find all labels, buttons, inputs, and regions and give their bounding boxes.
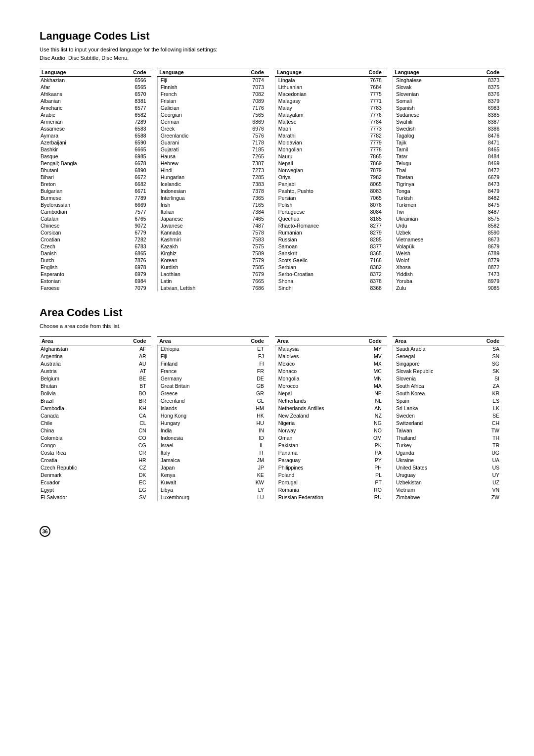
language-name: Singhalese [393,77,472,84]
table-row: BoliviaBOGreeceGRNepalNPSouth KoreaKR [40,390,504,397]
language-code: 8083 [354,188,387,194]
area-name: Taiwan [393,427,472,434]
table-row: EcuadorECKuwaitKWPortugalPTUzbekistanUZ [40,479,504,486]
area-code: ZA [472,382,504,390]
table-row: DenmarkDKKenyaKEPolandPLUruguayUY [40,472,504,479]
area-name: Fiji [157,353,236,360]
language-code: 8185 [354,215,387,222]
language-name: Aymara [40,132,119,139]
language-name: Javanese [157,222,236,229]
language-name: Welsh [393,250,472,257]
language-code: 7578 [236,229,269,236]
language-code: 8465 [472,146,504,153]
language-code: 8471 [472,139,504,146]
area-name: Egypt [40,486,119,494]
language-name: Macedonian [275,91,354,97]
area-section-title: Area Codes List [40,306,504,319]
area-name: Congo [40,442,119,449]
language-name: Tigrinya [393,181,472,188]
language-code: 6566 [119,77,151,84]
table-row: Azerbaijani6590Guarani7178Moldavian7779T… [40,139,504,146]
language-code: 9085 [472,284,504,291]
area-name: Spain [393,397,472,405]
area-code: HU [236,420,269,427]
table-row: Abkhazian6566Fiji7074Lingala7678Singhale… [40,77,504,84]
area-col3-header: Area [275,336,354,345]
area-code: AU [119,360,151,368]
language-name: Slovak [393,84,472,91]
table-row: Catalan6765Japanese7465Quechua8185Ukrain… [40,215,504,222]
area-code: FI [236,360,269,368]
language-code: 8479 [472,188,504,194]
language-name: Lingala [275,77,354,84]
table-row: Assamese6583Greek6976Maori7773Swedish838… [40,125,504,132]
language-name: Thai [393,167,472,174]
area-code: GR [236,390,269,397]
language-name: Czech [40,243,119,250]
language-code: 6672 [119,174,151,181]
language-code: 8472 [472,167,504,174]
area-name: Argentina [40,353,119,360]
area-code: FJ [236,353,269,360]
language-name: Cambodian [40,208,119,215]
language-code: 8575 [472,215,504,222]
language-name: Zulu [393,284,472,291]
language-section: Language Codes List Use this list to inp… [40,30,504,291]
area-name: Israel [157,442,236,449]
language-code: 7365 [236,194,269,201]
language-name: Finnish [157,84,236,91]
area-name: France [157,368,236,375]
area-code: IL [236,442,269,449]
language-code: 7583 [236,236,269,243]
area-name: Poland [275,472,354,479]
area-name: Bhutan [40,382,119,390]
language-code: 7074 [236,77,269,84]
area-name: Colombia [40,434,119,442]
table-row: EgyptEGLibyaLYRomaniaROVietnamVN [40,486,504,494]
language-name: Kirghiz [157,250,236,257]
area-codes-table: Area Code Area Code Area Code Area Code … [40,336,504,501]
table-row: Chinese9072Javanese7487Rhaeto-Romance827… [40,222,504,229]
language-name: Azerbaijani [40,139,119,146]
area-code: RO [354,486,387,494]
language-code: 6577 [119,104,151,111]
acode-col2-header: Code [236,336,269,345]
area-name: Italy [157,449,236,457]
language-name: Armenian [40,118,119,125]
language-code: 6869 [236,118,269,125]
language-name: Greek [157,125,236,132]
area-name: Maldives [275,353,354,360]
area-code: PL [354,472,387,479]
language-name: Portuguese [275,208,354,215]
language-code: 8487 [472,208,504,215]
language-name: Afar [40,84,119,91]
area-code: KR [472,390,504,397]
language-code: 6865 [119,250,151,257]
area-code: NG [354,420,387,427]
language-name: Arabic [40,111,119,118]
language-code: 7782 [354,132,387,139]
language-code: 7678 [354,77,387,84]
table-row: Danish6865Kirghiz7589Sanskrit8365Welsh67… [40,250,504,257]
language-code: 7465 [236,215,269,222]
language-name: Kurdish [157,264,236,271]
area-code: CO [119,434,151,442]
language-code: 7876 [119,257,151,264]
area-code: UY [472,472,504,479]
area-name: South Korea [393,390,472,397]
area-name: Philippines [275,464,354,472]
area-name: Hong Kong [157,412,236,420]
area-code: HK [236,412,269,420]
area-name: Netherlands Antilles [275,405,354,412]
area-code: AF [119,345,151,353]
area-code: JP [236,464,269,472]
area-name: Zimbabwe [393,494,472,501]
area-col1-header: Area [40,336,119,345]
language-code: 8473 [472,181,504,188]
language-code: 7589 [236,250,269,257]
acode-col1-header: Code [119,336,151,345]
area-name: Slovak Republic [393,368,472,375]
area-code: CN [119,427,151,434]
area-code: MY [354,345,387,353]
language-code: 7982 [354,174,387,181]
